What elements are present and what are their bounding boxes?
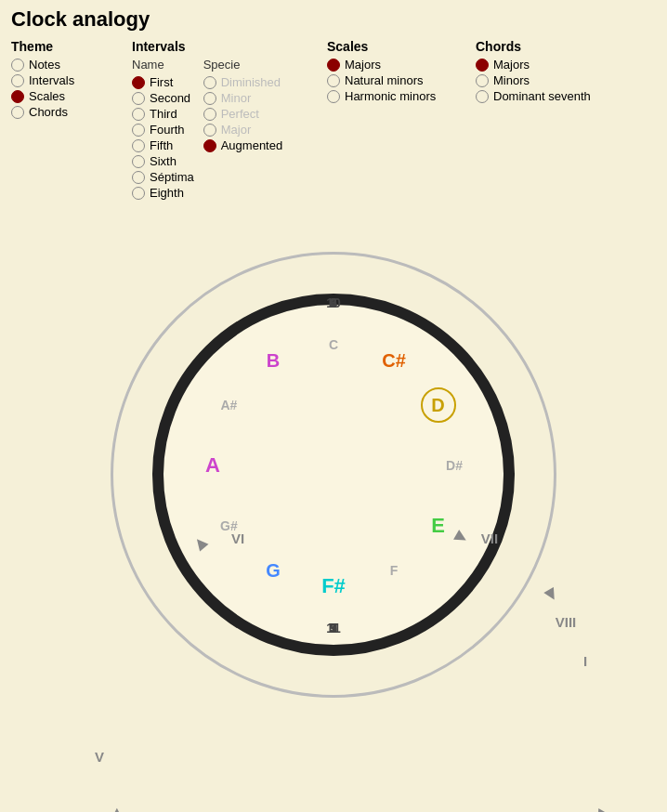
chords-label-1: Minors [493,73,530,87]
interval-specie-minor[interactable]: Minor [203,91,283,105]
chords-option-1[interactable]: Minors [476,73,624,87]
interval-specie-perfect[interactable]: Perfect [203,107,283,121]
interval-name-radio-4 [132,139,145,152]
interval-name-radio-2 [132,108,145,121]
scales-option-0[interactable]: Majors [327,58,476,72]
interval-specie-radio-0 [203,76,216,89]
interval-name-eighth[interactable]: Eighth [132,186,194,200]
clock-note-D: D [431,395,444,416]
interval-specie-label-1: Minor [221,91,252,105]
theme-option-scales[interactable]: Scales [11,89,132,103]
theme-radio-3 [11,106,24,119]
clock-arrow-5: ▶ [107,808,124,812]
roman-VIII: VIII [556,614,577,630]
chords-option-0[interactable]: Majors [476,58,624,72]
theme-option-notes[interactable]: Notes [11,58,132,72]
interval-name-fifth[interactable]: Fifth [132,138,194,152]
interval-name-séptima[interactable]: Séptima [132,170,194,184]
theme-option-intervals[interactable]: Intervals [11,73,132,87]
interval-specie-label-2: Perfect [221,107,259,121]
controls-panel: Theme NotesIntervalsScalesChords Interva… [0,35,667,205]
clock-note-F#: F# [321,574,346,598]
clock-number-11: 11 [326,621,341,635]
chords-radio-2 [476,90,489,103]
interval-name-third[interactable]: Third [132,107,194,121]
roman-VII: VII [481,530,498,546]
interval-name-radio-6 [132,171,145,184]
interval-specie-label-3: Major [221,123,252,137]
interval-name-label-3: Fourth [150,123,185,137]
scales-label-2: Harmonic minors [345,89,436,103]
intervals-names-col: Name FirstSecondThirdFourthFifthSixthSép… [132,58,194,202]
interval-name-radio-1 [132,92,145,105]
theme-group: Theme NotesIntervalsScalesChords [11,39,132,202]
interval-names-list: FirstSecondThirdFourthFifthSixthSéptimaE… [132,75,194,202]
interval-species-list: DiminishedMinorPerfectMajorAugmented [203,75,283,154]
page-title: Clock analogy [0,0,667,35]
clock-number-10: 10 [326,295,341,310]
interval-specie-major[interactable]: Major [203,123,283,137]
chords-label-0: Majors [493,58,530,72]
clock-arrow-2: ▶ [592,807,612,812]
interval-name-radio-5 [132,155,145,168]
scales-label-1: Natural minors [345,73,424,87]
interval-name-first[interactable]: First [132,75,194,89]
scales-radio-1 [327,74,340,87]
interval-name-sixth[interactable]: Sixth [132,154,194,168]
scales-options: MajorsNatural minorsHarmonic minors [327,58,476,105]
intervals-group: Intervals Name FirstSecondThirdFourthFif… [132,39,327,202]
intervals-species-col: Specie DiminishedMinorPerfectMajorAugmen… [203,58,283,202]
chords-options: MajorsMinorsDominant seventh [476,58,624,105]
interval-specie-augmented[interactable]: Augmented [203,138,283,152]
interval-name-label-7: Eighth [150,186,184,200]
interval-name-fourth[interactable]: Fourth [132,123,194,137]
interval-name-radio-3 [132,124,145,137]
interval-name-label-4: Fifth [150,138,173,152]
clock-note-F: F [390,563,399,578]
specie-col-header: Specie [203,58,283,72]
scales-group: Scales MajorsNatural minorsHarmonic mino… [327,39,476,202]
chords-radio-0 [476,59,489,72]
theme-label: Theme [11,39,132,54]
chords-label: Chords [476,39,624,54]
clock-note-C#: C# [382,350,406,372]
scales-option-2[interactable]: Harmonic minors [327,89,476,103]
roman-V: V [95,749,104,765]
interval-specie-radio-2 [203,108,216,121]
theme-option-label-0: Notes [29,58,60,72]
interval-specie-diminished[interactable]: Diminished [203,75,283,89]
name-col-header: Name [132,58,194,72]
theme-option-label-3: Chords [29,105,68,119]
interval-name-radio-7 [132,187,145,200]
interval-name-second[interactable]: Second [132,91,194,105]
theme-options: NotesIntervalsScalesChords [11,58,132,121]
clock-note-E: E [431,514,445,538]
theme-radio-0 [11,59,24,72]
theme-option-chords[interactable]: Chords [11,105,132,119]
clock-arrow-1: ▶ [543,584,563,603]
interval-name-label-5: Sixth [150,154,177,168]
clock-note-D#: D# [446,458,463,473]
interval-specie-radio-3 [203,124,216,137]
theme-option-label-2: Scales [29,89,65,103]
roman-I: I [583,653,587,669]
interval-specie-radio-1 [203,92,216,105]
chords-radio-1 [476,74,489,87]
interval-name-label-1: Second [150,91,190,105]
clock-note-G: G [266,559,281,581]
interval-name-label-2: Third [150,107,177,121]
clock-note-B: B [267,350,280,372]
theme-radio-2 [11,90,24,103]
theme-option-label-1: Intervals [29,73,74,87]
scales-label-0: Majors [345,58,381,72]
roman-VI: VI [231,530,244,546]
intervals-label: Intervals [132,39,327,54]
scales-option-1[interactable]: Natural minors [327,73,476,87]
scales-radio-2 [327,90,340,103]
theme-radio-1 [11,74,24,87]
chords-option-2[interactable]: Dominant seventh [476,89,624,103]
interval-specie-label-0: Diminished [221,75,281,89]
clock-note-C: C [329,337,338,352]
clock-area: 01234567891011CC#DD#EFF#GG#AA#BVIVIIVIII… [0,215,667,735]
interval-name-radio-0 [132,76,145,89]
